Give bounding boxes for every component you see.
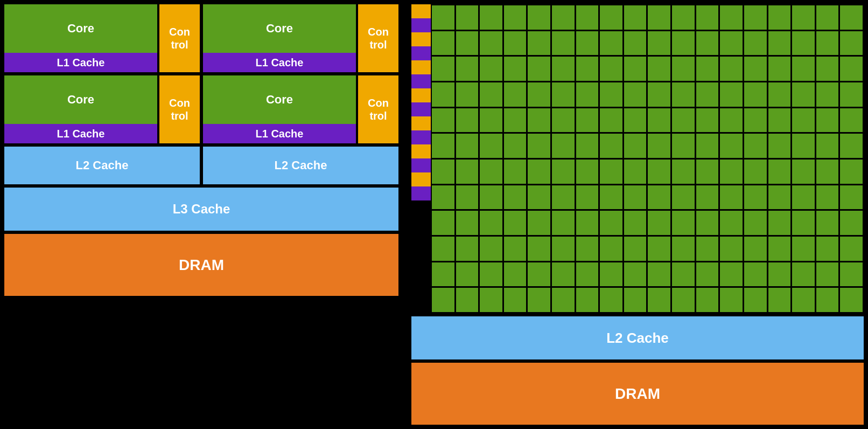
gpu-cell xyxy=(600,5,622,30)
core-1: Core xyxy=(4,4,157,53)
gpu-cell xyxy=(552,262,575,287)
l2-cache-right-label: L2 Cache xyxy=(606,330,669,347)
gpu-cell xyxy=(624,237,647,261)
gpu-cell xyxy=(504,31,527,56)
gpu-cell xyxy=(432,288,454,312)
gpu-cell xyxy=(744,237,767,261)
core-group-2: Core L1 Cache Control xyxy=(203,4,398,72)
gpu-cell xyxy=(456,134,479,158)
gpu-cell xyxy=(528,237,550,261)
gpu-cell xyxy=(576,108,599,133)
gpu-cell xyxy=(720,185,743,210)
gpu-cell xyxy=(648,82,670,107)
gpu-cell xyxy=(768,57,791,81)
gpu-cell xyxy=(696,31,719,56)
gpu-cell xyxy=(696,134,719,158)
core-4-wrapper: Core L1 Cache xyxy=(203,75,356,143)
gpu-cell xyxy=(456,31,479,56)
gpu-cell xyxy=(576,160,599,184)
gpu-cell xyxy=(648,57,670,81)
gpu-cell xyxy=(744,262,767,287)
cores-bottom-row: Core L1 Cache Control Core L1 Cache xyxy=(4,75,398,143)
gpu-cell xyxy=(552,5,575,30)
gpu-cell xyxy=(840,185,863,210)
control-3: Control xyxy=(159,75,200,143)
gpu-cell xyxy=(720,31,743,56)
gpu-cell xyxy=(720,5,743,30)
gpu-cell xyxy=(696,57,719,81)
gpu-cell xyxy=(528,108,550,133)
gpu-cell xyxy=(600,108,622,133)
gpu-cell xyxy=(480,108,502,133)
control-2-label: Control xyxy=(368,25,389,51)
control-4: Control xyxy=(358,75,398,143)
gpu-cell xyxy=(432,262,454,287)
gpu-cell xyxy=(672,288,695,312)
gpu-cell xyxy=(624,288,647,312)
gpu-cell xyxy=(456,82,479,107)
stripe-segment xyxy=(411,74,431,88)
core-3-label: Core xyxy=(67,93,94,107)
gpu-cell xyxy=(528,262,550,287)
gpu-cell xyxy=(480,288,502,312)
gpu-cell xyxy=(480,82,502,107)
stripe-segment xyxy=(411,32,431,46)
gpu-cell xyxy=(696,5,719,30)
gpu-cell xyxy=(816,57,839,81)
gpu-cell xyxy=(456,185,479,210)
gpu-cell xyxy=(672,108,695,133)
gpu-cell xyxy=(816,134,839,158)
gpu-cell xyxy=(816,288,839,312)
gpu-cell xyxy=(648,262,670,287)
l1-cache-4-label: L1 Cache xyxy=(256,128,304,140)
gpu-cell xyxy=(576,5,599,30)
gpu-cell xyxy=(696,211,719,235)
gpu-cell xyxy=(432,160,454,184)
control-4-label: Control xyxy=(368,96,389,122)
gpu-cell xyxy=(672,160,695,184)
gpu-cell xyxy=(528,185,550,210)
core-4: Core xyxy=(203,75,356,124)
gpu-cell xyxy=(576,211,599,235)
gpu-grid xyxy=(431,4,864,313)
gpu-cell xyxy=(528,134,550,158)
core-group-1: Core L1 Cache Control xyxy=(4,4,200,72)
gpu-cell xyxy=(648,211,670,235)
gpu-cell xyxy=(792,237,815,261)
l3-cache-label: L3 Cache xyxy=(173,202,230,217)
gpu-cell xyxy=(456,262,479,287)
gpu-cell xyxy=(528,82,550,107)
gpu-cell xyxy=(576,57,599,81)
gpu-cell xyxy=(672,134,695,158)
gpu-cell xyxy=(504,108,527,133)
gpu-cell xyxy=(768,185,791,210)
l1-cache-4: L1 Cache xyxy=(203,124,356,143)
gpu-cell xyxy=(456,160,479,184)
gpu-cell xyxy=(528,160,550,184)
gpu-cell xyxy=(432,108,454,133)
gpu-cell xyxy=(816,185,839,210)
gpu-cell xyxy=(768,134,791,158)
gpu-cell xyxy=(672,237,695,261)
gpu-cell xyxy=(552,185,575,210)
gpu-cell xyxy=(720,82,743,107)
l1-cache-2-label: L1 Cache xyxy=(256,57,304,69)
gpu-cell xyxy=(600,57,622,81)
gpu-cell xyxy=(624,108,647,133)
gpu-cell xyxy=(648,108,670,133)
gpu-cores-area xyxy=(411,4,864,313)
gpu-cell xyxy=(552,237,575,261)
gpu-cell xyxy=(576,237,599,261)
gpu-cell xyxy=(744,5,767,30)
gpu-cell xyxy=(744,134,767,158)
l1-cache-1: L1 Cache xyxy=(4,53,157,72)
gpu-cell xyxy=(552,288,575,312)
gpu-cell xyxy=(624,57,647,81)
gpu-cell xyxy=(696,82,719,107)
gpu-cell xyxy=(672,5,695,30)
l2-cache-1-label: L2 Cache xyxy=(76,158,129,172)
gpu-cell xyxy=(648,288,670,312)
gpu-cell xyxy=(840,5,863,30)
stripe-segment xyxy=(411,4,431,18)
l2-cache-left-1: L2 Cache xyxy=(4,147,200,184)
